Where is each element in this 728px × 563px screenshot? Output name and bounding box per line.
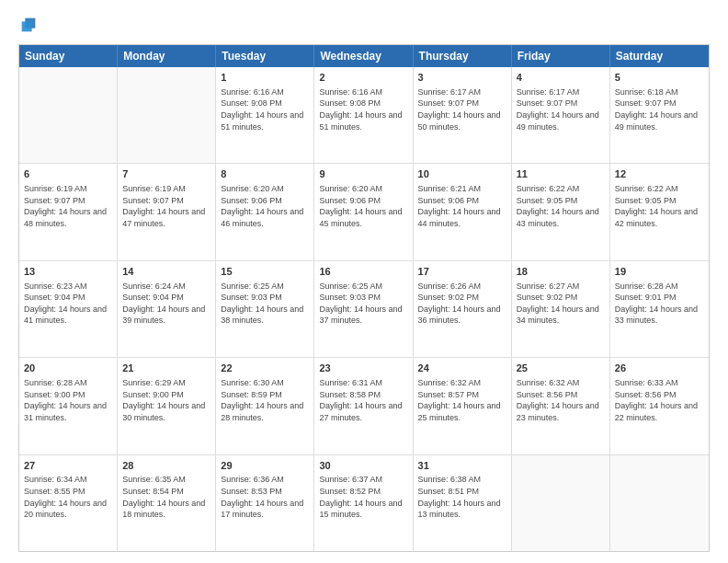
day-info: Sunrise: 6:25 AMSunset: 9:03 PMDaylight:… bbox=[319, 281, 407, 327]
day-cell-16: 16Sunrise: 6:25 AMSunset: 9:03 PMDayligh… bbox=[314, 261, 413, 357]
day-header-monday: Monday bbox=[118, 45, 216, 67]
day-number: 22 bbox=[221, 362, 309, 375]
empty-cell bbox=[19, 67, 118, 163]
day-cell-5: 5Sunrise: 6:18 AMSunset: 9:07 PMDaylight… bbox=[610, 67, 709, 163]
day-cell-20: 20Sunrise: 6:28 AMSunset: 9:00 PMDayligh… bbox=[19, 358, 118, 454]
day-info: Sunrise: 6:24 AMSunset: 9:04 PMDaylight:… bbox=[122, 281, 210, 327]
day-number: 1 bbox=[221, 71, 309, 85]
day-info: Sunrise: 6:37 AMSunset: 8:52 PMDaylight:… bbox=[319, 474, 407, 520]
day-cell-7: 7Sunrise: 6:19 AMSunset: 9:07 PMDaylight… bbox=[118, 164, 216, 259]
logo bbox=[18, 15, 42, 35]
day-cell-21: 21Sunrise: 6:29 AMSunset: 9:00 PMDayligh… bbox=[118, 358, 216, 454]
day-cell-13: 13Sunrise: 6:23 AMSunset: 9:04 PMDayligh… bbox=[19, 261, 118, 357]
day-cell-14: 14Sunrise: 6:24 AMSunset: 9:04 PMDayligh… bbox=[118, 261, 216, 357]
day-info: Sunrise: 6:21 AMSunset: 9:06 PMDaylight:… bbox=[418, 183, 506, 229]
day-cell-12: 12Sunrise: 6:22 AMSunset: 9:05 PMDayligh… bbox=[610, 164, 709, 259]
day-number: 5 bbox=[615, 71, 704, 85]
day-info: Sunrise: 6:38 AMSunset: 8:51 PMDaylight:… bbox=[418, 474, 506, 520]
day-info: Sunrise: 6:16 AMSunset: 9:08 PMDaylight:… bbox=[319, 86, 407, 132]
empty-cell bbox=[118, 67, 216, 163]
day-cell-23: 23Sunrise: 6:31 AMSunset: 8:58 PMDayligh… bbox=[314, 358, 413, 454]
day-header-wednesday: Wednesday bbox=[314, 45, 413, 67]
day-number: 16 bbox=[319, 265, 407, 279]
day-info: Sunrise: 6:34 AMSunset: 8:55 PMDaylight:… bbox=[24, 474, 112, 520]
day-cell-26: 26Sunrise: 6:33 AMSunset: 8:56 PMDayligh… bbox=[610, 358, 709, 454]
day-number: 10 bbox=[418, 167, 506, 181]
page: SundayMondayTuesdayWednesdayThursdayFrid… bbox=[0, 0, 728, 563]
day-cell-29: 29Sunrise: 6:36 AMSunset: 8:53 PMDayligh… bbox=[216, 455, 314, 551]
day-number: 29 bbox=[221, 459, 309, 473]
day-cell-19: 19Sunrise: 6:28 AMSunset: 9:01 PMDayligh… bbox=[610, 261, 709, 357]
day-number: 19 bbox=[615, 265, 704, 279]
day-cell-18: 18Sunrise: 6:27 AMSunset: 9:02 PMDayligh… bbox=[512, 261, 610, 357]
day-info: Sunrise: 6:28 AMSunset: 9:01 PMDaylight:… bbox=[615, 281, 704, 327]
day-header-thursday: Thursday bbox=[414, 45, 512, 67]
day-info: Sunrise: 6:27 AMSunset: 9:02 PMDaylight:… bbox=[517, 281, 605, 327]
day-cell-17: 17Sunrise: 6:26 AMSunset: 9:02 PMDayligh… bbox=[414, 261, 512, 357]
day-cell-11: 11Sunrise: 6:22 AMSunset: 9:05 PMDayligh… bbox=[512, 164, 610, 259]
day-cell-8: 8Sunrise: 6:20 AMSunset: 9:06 PMDaylight… bbox=[216, 164, 314, 259]
day-number: 12 bbox=[615, 167, 704, 181]
day-cell-24: 24Sunrise: 6:32 AMSunset: 8:57 PMDayligh… bbox=[414, 358, 512, 454]
day-number: 17 bbox=[418, 265, 506, 279]
day-number: 30 bbox=[319, 459, 407, 473]
day-info: Sunrise: 6:31 AMSunset: 8:58 PMDaylight:… bbox=[319, 377, 407, 423]
day-number: 27 bbox=[24, 459, 112, 473]
day-header-sunday: Sunday bbox=[19, 45, 118, 67]
day-cell-2: 2Sunrise: 6:16 AMSunset: 9:08 PMDaylight… bbox=[314, 67, 413, 163]
day-info: Sunrise: 6:22 AMSunset: 9:05 PMDaylight:… bbox=[517, 183, 605, 229]
day-cell-28: 28Sunrise: 6:35 AMSunset: 8:54 PMDayligh… bbox=[118, 455, 216, 551]
calendar-week-3: 13Sunrise: 6:23 AMSunset: 9:04 PMDayligh… bbox=[19, 261, 709, 358]
day-number: 25 bbox=[517, 362, 605, 375]
day-number: 20 bbox=[24, 362, 112, 375]
day-info: Sunrise: 6:18 AMSunset: 9:07 PMDaylight:… bbox=[615, 86, 704, 132]
calendar-week-1: 1Sunrise: 6:16 AMSunset: 9:08 PMDaylight… bbox=[19, 67, 709, 164]
day-number: 11 bbox=[517, 167, 605, 181]
day-info: Sunrise: 6:23 AMSunset: 9:04 PMDaylight:… bbox=[24, 281, 112, 327]
day-header-friday: Friday bbox=[512, 45, 610, 67]
svg-marker-1 bbox=[22, 21, 32, 31]
day-info: Sunrise: 6:19 AMSunset: 9:07 PMDaylight:… bbox=[24, 183, 112, 229]
day-number: 6 bbox=[24, 167, 112, 181]
day-cell-6: 6Sunrise: 6:19 AMSunset: 9:07 PMDaylight… bbox=[19, 164, 118, 259]
calendar: SundayMondayTuesdayWednesdayThursdayFrid… bbox=[18, 44, 710, 552]
day-cell-4: 4Sunrise: 6:17 AMSunset: 9:07 PMDaylight… bbox=[512, 67, 610, 163]
day-info: Sunrise: 6:28 AMSunset: 9:00 PMDaylight:… bbox=[24, 377, 112, 423]
day-number: 21 bbox=[122, 362, 210, 375]
header bbox=[18, 15, 710, 35]
day-info: Sunrise: 6:32 AMSunset: 8:56 PMDaylight:… bbox=[517, 377, 605, 423]
day-number: 23 bbox=[319, 362, 407, 375]
day-info: Sunrise: 6:32 AMSunset: 8:57 PMDaylight:… bbox=[418, 377, 506, 423]
day-cell-10: 10Sunrise: 6:21 AMSunset: 9:06 PMDayligh… bbox=[414, 164, 512, 259]
day-info: Sunrise: 6:16 AMSunset: 9:08 PMDaylight:… bbox=[221, 86, 309, 132]
day-number: 14 bbox=[122, 265, 210, 279]
logo-icon bbox=[18, 15, 39, 35]
day-number: 31 bbox=[418, 459, 506, 473]
day-number: 9 bbox=[319, 167, 407, 181]
day-number: 28 bbox=[122, 459, 210, 473]
day-info: Sunrise: 6:20 AMSunset: 9:06 PMDaylight:… bbox=[221, 183, 309, 229]
day-number: 13 bbox=[24, 265, 112, 279]
day-number: 15 bbox=[221, 265, 309, 279]
calendar-header: SundayMondayTuesdayWednesdayThursdayFrid… bbox=[19, 45, 709, 67]
calendar-week-5: 27Sunrise: 6:34 AMSunset: 8:55 PMDayligh… bbox=[19, 455, 709, 551]
day-info: Sunrise: 6:30 AMSunset: 8:59 PMDaylight:… bbox=[221, 377, 309, 423]
day-info: Sunrise: 6:29 AMSunset: 9:00 PMDaylight:… bbox=[122, 377, 210, 423]
day-cell-9: 9Sunrise: 6:20 AMSunset: 9:06 PMDaylight… bbox=[314, 164, 413, 259]
empty-cell bbox=[610, 455, 709, 551]
day-header-saturday: Saturday bbox=[610, 45, 709, 67]
day-number: 7 bbox=[122, 167, 210, 181]
day-number: 8 bbox=[221, 167, 309, 181]
day-header-tuesday: Tuesday bbox=[216, 45, 314, 67]
day-cell-15: 15Sunrise: 6:25 AMSunset: 9:03 PMDayligh… bbox=[216, 261, 314, 357]
day-number: 26 bbox=[615, 362, 704, 375]
day-cell-1: 1Sunrise: 6:16 AMSunset: 9:08 PMDaylight… bbox=[216, 67, 314, 163]
day-cell-30: 30Sunrise: 6:37 AMSunset: 8:52 PMDayligh… bbox=[314, 455, 413, 551]
day-info: Sunrise: 6:22 AMSunset: 9:05 PMDaylight:… bbox=[615, 183, 704, 229]
day-info: Sunrise: 6:26 AMSunset: 9:02 PMDaylight:… bbox=[418, 281, 506, 327]
day-cell-25: 25Sunrise: 6:32 AMSunset: 8:56 PMDayligh… bbox=[512, 358, 610, 454]
day-number: 4 bbox=[517, 71, 605, 85]
day-cell-27: 27Sunrise: 6:34 AMSunset: 8:55 PMDayligh… bbox=[19, 455, 118, 551]
day-info: Sunrise: 6:25 AMSunset: 9:03 PMDaylight:… bbox=[221, 281, 309, 327]
day-cell-3: 3Sunrise: 6:17 AMSunset: 9:07 PMDaylight… bbox=[414, 67, 512, 163]
